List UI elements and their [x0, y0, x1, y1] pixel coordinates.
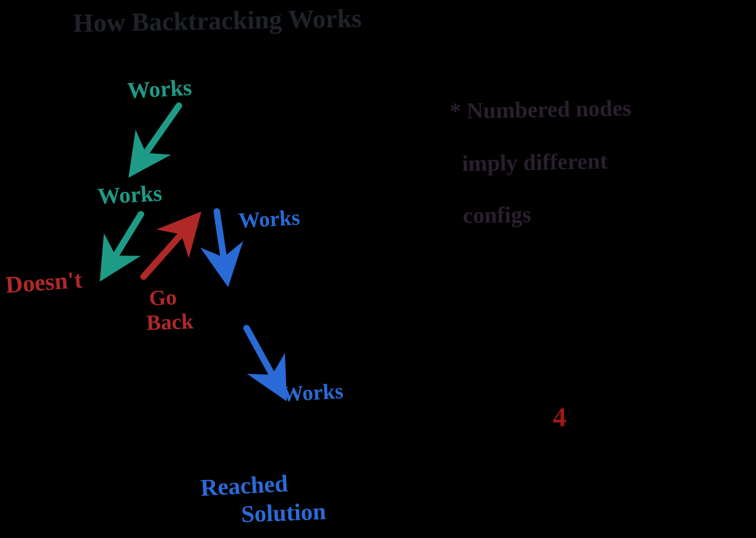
arrows-layer — [0, 0, 756, 538]
arrow-mid-teal — [111, 214, 141, 263]
arrow-works-bottom-blue — [247, 328, 276, 382]
arrow-top-teal — [141, 106, 179, 160]
arrow-goback-red — [144, 228, 187, 277]
arrow-works-right-blue — [217, 212, 225, 266]
